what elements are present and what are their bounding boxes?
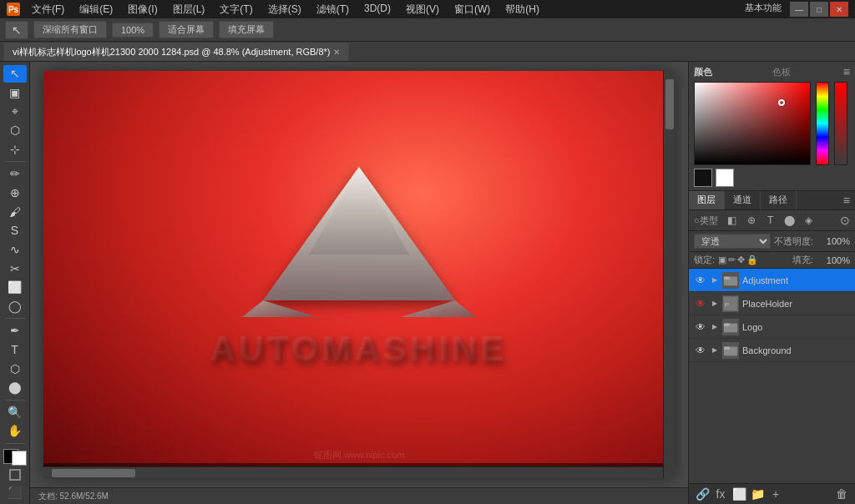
maximize-button[interactable]: □ [810,2,828,17]
opacity-value[interactable]: 100% [817,236,850,246]
lock-transparent-icon[interactable]: ▣ [718,255,726,265]
tab-layers[interactable]: 图层 [689,191,725,209]
layers-panel-menu[interactable]: ≡ [838,191,855,209]
layers-panel: 图层 通道 路径 ≡ ○类型 ◧ ⊕ T ⬤ ◈ ⊙ [689,191,855,504]
lock-all-icon[interactable]: 🔒 [746,255,758,265]
zoom-tool[interactable]: 🔍 [3,403,27,421]
menu-image[interactable]: 图像(I) [121,1,164,18]
vertical-scrollbar[interactable] [663,71,675,478]
color-gradient[interactable] [694,82,811,165]
eye-background[interactable]: 👁 [694,344,707,357]
menu-filter[interactable]: 滤镜(T) [310,1,356,18]
layer-placeholder[interactable]: 👁 ▶ P PlaceHolder [689,292,855,315]
eye-adjustment[interactable]: 👁 [694,274,707,287]
menu-layer[interactable]: 图层(L) [166,1,212,18]
history-tool[interactable]: ∿ [3,241,27,259]
color-spectrum[interactable] [694,82,850,165]
pen-tool[interactable]: ✒ [3,322,27,340]
status-bar: 文档: 52.6M/52.6M [30,487,688,504]
color-hue-bar[interactable] [816,82,829,165]
color-tab-label[interactable]: 颜色 [694,66,712,78]
add-mask-button[interactable]: ⬜ [731,486,747,501]
color-alpha-bar[interactable] [834,82,847,165]
thumb-adjustment [722,272,739,289]
menu-edit[interactable]: 编辑(E) [73,1,119,18]
filter-text-icon[interactable]: T [762,213,779,228]
lasso-tool[interactable]: ⌖ [3,103,27,120]
hand-tool[interactable]: ✋ [3,422,27,440]
color-panel-menu[interactable]: ≡ [843,65,850,78]
horizontal-scroll-thumb[interactable] [52,469,135,477]
link-layers-button[interactable]: 🔗 [694,486,711,501]
gradient-tool[interactable]: ⬜ [3,279,27,296]
menu-file[interactable]: 文件(F) [25,1,71,18]
crop-tool[interactable]: ⊹ [3,141,27,159]
tab-paths[interactable]: 路径 [761,191,797,209]
eyedropper-tool[interactable]: ✏ [3,165,27,183]
layer-logo[interactable]: 👁 ▶ Logo [689,315,855,339]
eye-logo[interactable]: 👁 [694,320,707,334]
arrow-logo[interactable]: ▶ [711,320,719,334]
quick-mask-icon [9,469,21,481]
marquee-tool[interactable]: ▣ [3,84,27,102]
filter-pixel-icon[interactable]: ◧ [724,213,741,228]
svg-marker-1 [242,300,317,317]
foreground-swatch[interactable] [694,169,712,187]
menu-view[interactable]: 视图(V) [399,1,446,18]
move-tool[interactable]: ↖ [3,65,27,83]
menu-window[interactable]: 窗口(W) [448,1,497,18]
tab-channels[interactable]: 通道 [725,191,761,209]
layer-adjustment[interactable]: 👁 ▶ Adjustment [689,269,855,292]
filter-toggle[interactable]: ⊙ [840,214,850,227]
filter-shape-icon[interactable]: ⬤ [782,213,798,228]
menu-3d[interactable]: 3D(D) [357,1,397,18]
quick-select-tool[interactable]: ⬡ [3,122,27,139]
horizontal-scrollbar[interactable] [43,466,663,478]
text-tool[interactable]: T [3,341,27,359]
vertical-scroll-thumb[interactable] [665,79,674,129]
tab-close-button[interactable]: ✕ [333,48,340,57]
eraser-tool[interactable]: ✂ [3,260,27,277]
shape-tool[interactable]: ⬤ [3,379,27,396]
tab-label: vi样机标志样机logo样机21300 2000 1284.psd @ 48.8… [13,46,330,58]
arrow-placeholder[interactable]: ▶ [711,297,719,310]
clone-tool[interactable]: S [3,222,27,239]
fill-row: 锁定: ▣ ✏ ✥ 🔒 填充: 100% [689,252,855,269]
lock-move-icon[interactable]: ✥ [737,255,745,265]
arrow-background[interactable]: ▶ [711,344,719,357]
filter-adjust-icon[interactable]: ⊕ [743,213,760,228]
layer-background[interactable]: 👁 ▶ Background [689,339,855,362]
screen-mode-button[interactable]: ⬛ [3,483,27,501]
path-tool[interactable]: ⬡ [3,360,27,377]
menu-select[interactable]: 选择(S) [261,1,308,18]
dodge-tool[interactable]: ◯ [3,298,27,315]
arrow-adjustment[interactable]: ▶ [711,274,719,287]
menu-help[interactable]: 帮助(H) [498,1,546,18]
brush-tool[interactable]: 🖌 [3,203,27,220]
close-button[interactable]: ✕ [830,2,848,17]
eye-placeholder[interactable]: 👁 [694,297,707,310]
create-layer-button[interactable]: + [767,486,784,501]
color-panel-header: 颜色 色板 ≡ [694,65,850,78]
add-style-button[interactable]: fx [712,486,729,501]
fill-value[interactable]: 100% [817,255,850,265]
lock-paint-icon[interactable]: ✏ [728,255,736,265]
ps-icon: Ps [7,3,20,16]
create-group-button[interactable]: 📁 [749,486,766,501]
swatch-tab-label[interactable]: 色板 [772,66,791,78]
healing-tool[interactable]: ⊕ [3,184,27,202]
color-picker[interactable] [3,449,27,466]
zoom-100-button[interactable]: 100% [112,23,154,38]
tile-windows-button[interactable]: 深缩所有窗口 [33,21,107,38]
blend-mode-select[interactable]: 穿透正常溶解 [694,234,771,249]
minimize-button[interactable]: — [790,2,808,17]
filter-smart-icon[interactable]: ◈ [801,213,817,228]
background-swatch[interactable] [716,169,734,187]
document-tab[interactable]: vi样机标志样机logo样机21300 2000 1284.psd @ 48.8… [3,43,349,61]
fill-screen-button[interactable]: 填充屏幕 [219,21,274,38]
layers-list: 👁 ▶ Adjustment 👁 ▶ P Pl [689,269,855,483]
fit-screen-button[interactable]: 适合屏幕 [159,21,214,38]
delete-layer-button[interactable]: 🗑 [833,486,850,501]
menu-text[interactable]: 文字(T) [213,1,259,18]
background-color[interactable] [12,451,27,466]
